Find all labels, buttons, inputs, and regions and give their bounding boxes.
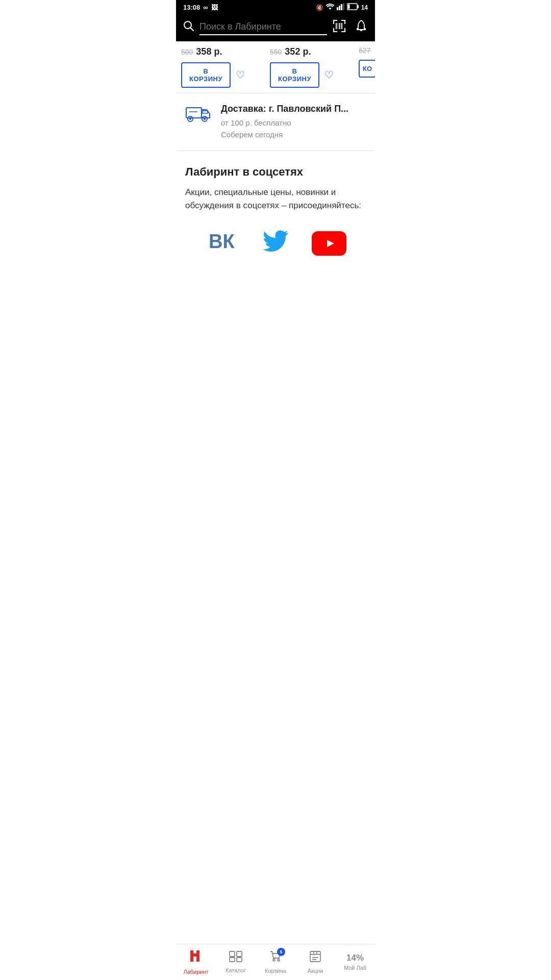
svg-marker-28 (327, 240, 334, 247)
svg-rect-18 (338, 23, 338, 29)
youtube-button[interactable] (309, 228, 349, 259)
product-card-1: 500 358 р. ВКОРЗИНУ ♡ (181, 46, 263, 88)
delivery-section: Доставка: г. Павловский П... от 100 р. б… (176, 93, 375, 151)
svg-point-25 (204, 118, 206, 120)
add-to-cart-button-2[interactable]: ВКОРЗИНУ (270, 62, 319, 88)
svg-rect-6 (347, 5, 349, 9)
social-icons: ВК (185, 228, 366, 259)
social-description: Акции, специальные цены, новинки и обсуж… (185, 186, 366, 213)
price-new-1: 358 р. (196, 46, 222, 57)
search-bar (176, 15, 375, 41)
volume-icon: 🔇 (316, 4, 323, 11)
card-actions-2: ВКОРЗИНУ ♡ (270, 62, 352, 88)
search-icon (183, 20, 194, 34)
status-bar: 13:08 ∞ 🖼 🔇 14 (176, 0, 375, 15)
svg-rect-3 (343, 3, 344, 10)
notification-icon[interactable] (355, 19, 368, 35)
status-left: 13:08 ∞ 🖼 (183, 4, 218, 11)
product-card-2: 550 352 р. ВКОРЗИНУ ♡ (270, 46, 352, 88)
status-time: 13:08 (183, 4, 200, 11)
price-new-2: 352 р. (285, 46, 311, 57)
svg-rect-2 (341, 4, 342, 10)
delivery-line1: от 100 р. бесплатно (221, 117, 348, 129)
twitter-button[interactable] (255, 228, 296, 259)
svg-rect-17 (336, 23, 337, 29)
svg-rect-19 (339, 23, 340, 29)
vk-icon: ВК (208, 231, 236, 256)
price-old-3: 627 (359, 46, 370, 55)
search-input[interactable] (199, 19, 327, 35)
social-section: Лабиринт в соцсетях Акции, специальные ц… (176, 151, 375, 269)
status-infinity-icon: ∞ (203, 4, 208, 11)
signal-icon (337, 3, 345, 12)
social-heading: Лабиринт в соцсетях (185, 165, 366, 179)
delivery-title: Доставка: г. Павловский П... (221, 104, 348, 114)
add-to-cart-button-3[interactable]: КО (359, 60, 375, 78)
wishlist-icon-2[interactable]: ♡ (324, 69, 334, 81)
search-actions (332, 19, 368, 35)
svg-rect-5 (357, 5, 359, 8)
delivery-truck-icon (185, 105, 212, 129)
product-strip: 500 358 р. ВКОРЗИНУ ♡ 550 352 р. ВКОРЗИН… (176, 41, 375, 93)
vk-button[interactable]: ВК (202, 228, 242, 259)
wifi-icon (325, 3, 335, 12)
battery-pct: 14 (361, 4, 368, 11)
card-actions-1: ВКОРЗИНУ ♡ (181, 62, 263, 88)
barcode-scan-icon[interactable] (332, 19, 346, 35)
svg-rect-1 (339, 6, 340, 10)
price-row-1: 500 358 р. (181, 46, 263, 57)
price-row-3: 627 (359, 46, 375, 55)
svg-rect-10 (333, 20, 334, 24)
product-card-3-partial: 627 КО (359, 46, 375, 88)
svg-rect-14 (333, 28, 334, 32)
svg-point-23 (189, 118, 191, 120)
delivery-text: Доставка: г. Павловский П... от 100 р. б… (221, 104, 348, 140)
svg-rect-0 (337, 7, 338, 10)
twitter-icon (263, 230, 288, 256)
price-row-2: 550 352 р. (270, 46, 352, 57)
battery-icon (347, 3, 359, 12)
svg-line-8 (191, 28, 194, 31)
status-right: 🔇 14 (316, 3, 368, 12)
svg-rect-20 (341, 23, 342, 29)
price-old-2: 550 (270, 48, 282, 56)
svg-rect-21 (186, 108, 202, 118)
svg-rect-12 (344, 20, 345, 24)
youtube-icon (312, 231, 346, 256)
add-to-cart-button-1[interactable]: ВКОРЗИНУ (181, 62, 231, 88)
delivery-line2: Соберем сегодня (221, 129, 348, 141)
svg-text:ВК: ВК (209, 231, 235, 251)
card-actions-3: КО (359, 60, 375, 78)
status-image-icon: 🖼 (211, 4, 218, 11)
price-old-1: 500 (181, 48, 193, 56)
wishlist-icon-1[interactable]: ♡ (236, 69, 245, 81)
svg-rect-16 (344, 28, 345, 32)
